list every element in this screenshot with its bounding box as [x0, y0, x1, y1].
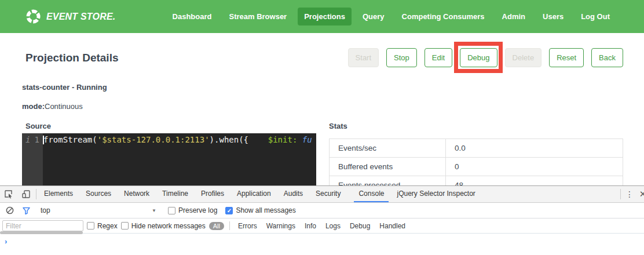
- console-toolbar: top ▼ Preserve log Show all messages: [0, 203, 644, 218]
- line-number: 1: [35, 134, 39, 145]
- code-token: ).when({: [210, 135, 248, 144]
- devtools-panel: Elements Sources Network Timeline Profil…: [0, 185, 644, 255]
- main-content: Projection Details Start Stop Edit Debug…: [0, 33, 644, 185]
- table-row: Events/sec 0.0: [330, 139, 623, 158]
- code-line[interactable]: fromStream('$stats-127.0.0.1:2113').when…: [43, 133, 316, 185]
- stat-key: Events/sec: [330, 139, 446, 157]
- clear-console-icon[interactable]: [3, 206, 16, 214]
- checkbox-unchecked-icon[interactable]: [87, 222, 94, 230]
- regex-checkbox[interactable]: Regex: [87, 222, 118, 230]
- nav-item-projections[interactable]: Projections: [298, 8, 352, 26]
- tab-audits[interactable]: Audits: [279, 186, 308, 202]
- code-token-init: $init:: [268, 135, 298, 144]
- console-prompt-row[interactable]: ›: [0, 234, 644, 245]
- delete-button[interactable]: Delete: [505, 48, 542, 67]
- eventstore-logo-icon: [25, 9, 41, 24]
- level-filter-debug[interactable]: Debug: [347, 222, 373, 230]
- console-messages-area[interactable]: ›: [0, 234, 644, 255]
- code-token: [248, 135, 268, 144]
- inspect-element-icon[interactable]: [0, 186, 17, 202]
- nav-item-users[interactable]: Users: [536, 8, 570, 26]
- edit-button[interactable]: Edit: [425, 48, 452, 67]
- action-buttons: Start Stop Edit Debug Delete Reset Back: [348, 48, 623, 67]
- source-section: Source i 1 fromStream('$stats-127.0.0.1:…: [22, 122, 316, 185]
- code-token-keyword: fu: [297, 135, 312, 144]
- console-filter-row: Regex Hide network messages All Errors W…: [0, 218, 644, 234]
- stats-heading: Stats: [329, 122, 623, 130]
- show-all-messages-label: Show all messages: [236, 206, 295, 214]
- stats-table: Events/sec 0.0 Buffered events 0 Events …: [329, 139, 623, 185]
- source-code-editor[interactable]: i 1 fromStream('$stats-127.0.0.1:2113').…: [22, 133, 316, 185]
- level-filter-info[interactable]: Info: [302, 222, 319, 230]
- preserve-log-label: Preserve log: [178, 206, 217, 214]
- top-navbar: EVENT STORE. Dashboard Stream Browser Pr…: [0, 0, 644, 33]
- devtools-menu-icon[interactable]: ⋮: [622, 186, 637, 202]
- tabbar-separator: [620, 189, 621, 199]
- level-filter-all[interactable]: All: [209, 222, 224, 230]
- debug-button[interactable]: Debug: [460, 48, 497, 67]
- page-title: Projection Details: [25, 52, 119, 64]
- hide-network-messages-checkbox[interactable]: Hide network messages: [121, 222, 206, 230]
- projection-status: stats-counter - Running: [22, 83, 623, 92]
- devtools-tabbar: Elements Sources Network Timeline Profil…: [0, 186, 644, 203]
- stat-key: Buffered events: [330, 158, 446, 176]
- nav-item-dashboard[interactable]: Dashboard: [166, 8, 218, 26]
- tab-profiles[interactable]: Profiles: [196, 186, 229, 202]
- show-all-messages-checkbox[interactable]: Show all messages: [225, 206, 295, 214]
- nav-item-log-out[interactable]: Log Out: [575, 8, 616, 26]
- execution-context-value: top: [41, 206, 50, 214]
- hide-network-messages-label: Hide network messages: [131, 222, 206, 230]
- level-filter-handled[interactable]: Handled: [376, 222, 408, 230]
- nav-item-admin[interactable]: Admin: [496, 8, 532, 26]
- back-button[interactable]: Back: [591, 48, 623, 67]
- stop-button[interactable]: Stop: [386, 48, 417, 67]
- chevron-down-icon: ▼: [152, 208, 156, 213]
- table-row: Events processed 48: [330, 176, 623, 185]
- level-filter-logs[interactable]: Logs: [323, 222, 343, 230]
- tab-sources[interactable]: Sources: [81, 186, 116, 202]
- editor-gutter: i 1: [22, 133, 43, 185]
- nav-menu: Dashboard Stream Browser Projections Que…: [166, 8, 616, 26]
- nav-item-competing-consumers[interactable]: Competing Consumers: [396, 8, 491, 26]
- checkbox-unchecked-icon[interactable]: [121, 222, 129, 230]
- brand-text: EVENT STORE.: [46, 12, 115, 22]
- gutter-info-annotation-icon: i: [25, 134, 30, 145]
- projection-mode: mode:Continuous: [22, 102, 623, 111]
- stat-value: 0: [446, 158, 623, 176]
- nav-item-query[interactable]: Query: [356, 8, 391, 26]
- stat-value: 0.0: [446, 139, 623, 157]
- stat-value: 48: [446, 176, 623, 185]
- checkbox-checked-icon[interactable]: [225, 207, 233, 214]
- start-button[interactable]: Start: [348, 48, 379, 67]
- table-row: Buffered events 0: [330, 158, 623, 176]
- mode-label: mode:: [22, 102, 45, 111]
- tab-network[interactable]: Network: [119, 186, 154, 202]
- execution-context-dropdown[interactable]: top ▼: [41, 206, 156, 214]
- tab-jquery-selector-inspector[interactable]: jQuery Selector Inspector: [392, 186, 480, 202]
- stats-section: Stats Events/sec 0.0 Buffered events 0 E…: [329, 122, 623, 185]
- regex-label: Regex: [97, 222, 118, 230]
- tab-console[interactable]: Console: [354, 186, 389, 202]
- tab-security[interactable]: Security: [311, 186, 345, 202]
- tab-timeline[interactable]: Timeline: [158, 186, 193, 202]
- source-heading: Source: [25, 122, 316, 130]
- checkbox-unchecked-icon[interactable]: [168, 207, 175, 214]
- code-token-string: '$stats-127.0.0.1:2113': [97, 135, 210, 144]
- code-token: fromStream(: [43, 135, 97, 144]
- horizontal-scrollbar-thumb[interactable]: [0, 231, 83, 234]
- brand[interactable]: EVENT STORE.: [25, 9, 115, 24]
- nav-item-stream-browser[interactable]: Stream Browser: [222, 8, 293, 26]
- preserve-log-checkbox[interactable]: Preserve log: [168, 206, 217, 214]
- level-filter-warnings[interactable]: Warnings: [264, 222, 298, 230]
- tab-elements[interactable]: Elements: [39, 186, 78, 202]
- console-prompt-chevron-icon: ›: [5, 238, 7, 245]
- tabbar-separator: [36, 189, 36, 199]
- filter-input[interactable]: [2, 220, 83, 231]
- tab-application[interactable]: Application: [232, 186, 276, 202]
- mode-value: Continuous: [45, 102, 83, 111]
- reset-button[interactable]: Reset: [549, 48, 584, 67]
- devtools-close-icon[interactable]: ✕: [637, 186, 644, 202]
- level-filter-errors[interactable]: Errors: [235, 222, 260, 230]
- filter-funnel-icon[interactable]: [20, 207, 32, 214]
- device-toolbar-icon[interactable]: [17, 186, 35, 202]
